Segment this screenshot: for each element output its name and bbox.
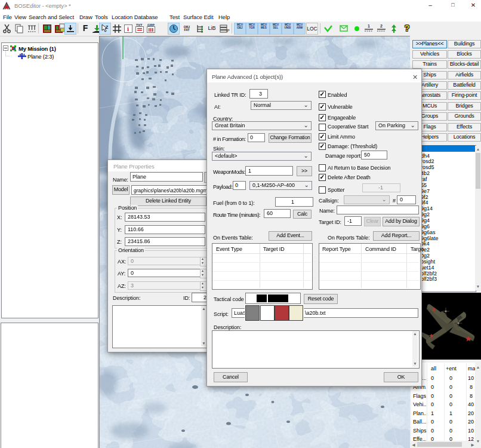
svg-text:Z: Z xyxy=(106,25,109,29)
svg-text:i: i xyxy=(127,25,129,32)
svg-text:TXT: TXT xyxy=(136,23,143,27)
svg-text:GRP: GRP xyxy=(147,23,155,27)
svg-text:P: P xyxy=(227,29,230,33)
svg-text:2: 2 xyxy=(380,24,383,28)
svg-text:1: 1 xyxy=(368,24,370,28)
